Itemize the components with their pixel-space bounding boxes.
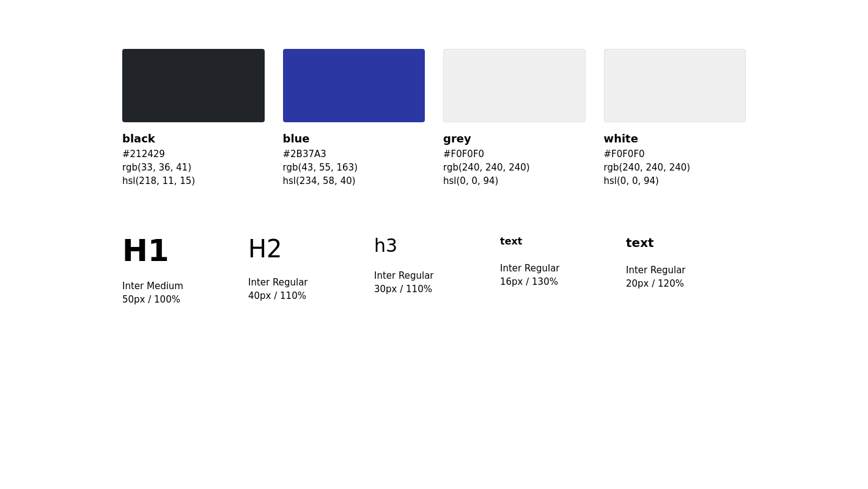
page-container: black #212429 rgb(33, 36, 41) hsl(218, 1…: [0, 0, 868, 354]
color-item-white: white #F0F0F0 rgb(240, 240, 240) hsl(0, …: [604, 49, 746, 186]
color-hex-blue: #2B37A3: [283, 149, 425, 160]
type-sample-text-lg: text: [626, 235, 746, 250]
color-item-blue: blue #2B37A3 rgb(43, 55, 163) hsl(234, 5…: [283, 49, 425, 186]
color-hex-grey: #F0F0F0: [443, 149, 586, 160]
color-name-white: white: [604, 132, 746, 145]
color-name-black: black: [122, 132, 265, 145]
color-item-grey: grey #F0F0F0 rgb(240, 240, 240) hsl(0, 0…: [443, 49, 586, 186]
type-item-h3: h3 Inter Regular 30px / 110%: [374, 235, 494, 295]
type-sample-text-sm: text: [500, 235, 620, 248]
color-swatch-black: [122, 49, 265, 122]
color-name-blue: blue: [283, 132, 425, 145]
type-sample-h2: H2: [248, 235, 368, 262]
color-item-black: black #212429 rgb(33, 36, 41) hsl(218, 1…: [122, 49, 265, 186]
color-hsl-black: hsl(218, 11, 15): [122, 175, 265, 186]
type-font-h3: Inter Regular: [374, 270, 494, 281]
type-item-h1: H1 Inter Medium 50px / 100%: [122, 235, 242, 305]
type-font-text-lg: Inter Regular: [626, 265, 746, 276]
type-font-text-sm: Inter Regular: [500, 263, 620, 274]
type-item-text-sm: text Inter Regular 16px / 130%: [500, 235, 620, 287]
type-size-text-lg: 20px / 120%: [626, 278, 746, 289]
type-size-h2: 40px / 110%: [248, 290, 368, 301]
type-size-h3: 30px / 110%: [374, 284, 494, 295]
type-size-text-sm: 16px / 130%: [500, 276, 620, 287]
type-sample-h1: H1: [122, 235, 242, 266]
type-item-text-lg: text Inter Regular 20px / 120%: [626, 235, 746, 289]
color-rgb-white: rgb(240, 240, 240): [604, 162, 746, 173]
color-hsl-white: hsl(0, 0, 94): [604, 175, 746, 186]
color-swatch-white: [604, 49, 746, 122]
type-item-h2: H2 Inter Regular 40px / 110%: [248, 235, 368, 301]
color-hex-black: #212429: [122, 149, 265, 160]
type-font-h1: Inter Medium: [122, 281, 242, 292]
type-font-h2: Inter Regular: [248, 277, 368, 288]
color-hsl-blue: hsl(234, 58, 40): [283, 175, 425, 186]
color-hex-white: #F0F0F0: [604, 149, 746, 160]
color-swatch-blue: [283, 49, 425, 122]
color-swatch-grey: [443, 49, 586, 122]
color-rgb-black: rgb(33, 36, 41): [122, 162, 265, 173]
color-rgb-grey: rgb(240, 240, 240): [443, 162, 586, 173]
typography-section: H1 Inter Medium 50px / 100% H2 Inter Reg…: [122, 235, 746, 305]
type-size-h1: 50px / 100%: [122, 294, 242, 305]
color-hsl-grey: hsl(0, 0, 94): [443, 175, 586, 186]
color-rgb-blue: rgb(43, 55, 163): [283, 162, 425, 173]
color-name-grey: grey: [443, 132, 586, 145]
colors-section: black #212429 rgb(33, 36, 41) hsl(218, 1…: [122, 49, 746, 186]
type-sample-h3: h3: [374, 235, 494, 256]
